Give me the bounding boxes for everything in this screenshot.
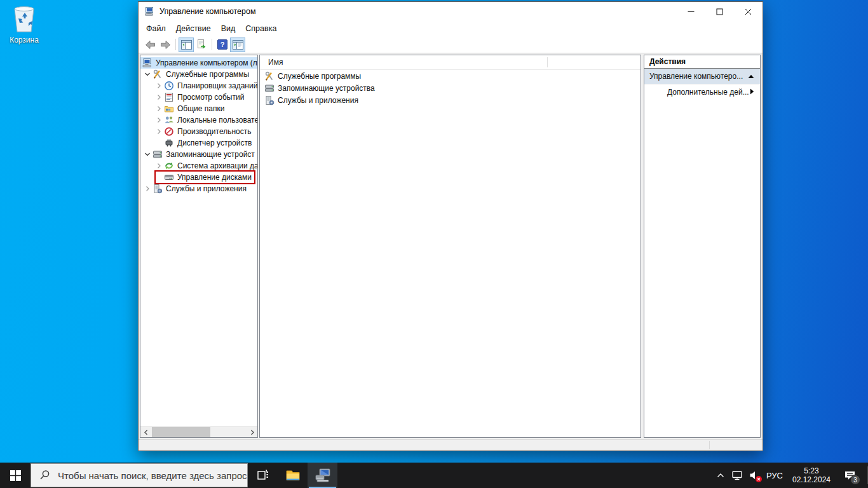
menu-file[interactable]: Файл <box>141 22 171 35</box>
computer-management-window: Управление компьютером Файл Действие Вид… <box>138 1 763 451</box>
actions-pane-header: Действия <box>644 55 760 69</box>
volume-status[interactable] <box>745 463 763 488</box>
tree-horizontal-scrollbar[interactable] <box>140 426 257 437</box>
back-arrow-icon <box>145 40 156 50</box>
chevron-collapsed-icon[interactable] <box>142 186 153 192</box>
close-button[interactable] <box>734 2 763 21</box>
list-item-storage[interactable]: Запоминающие устройства <box>260 82 641 94</box>
computer-management-taskbar-button[interactable] <box>308 463 337 488</box>
tray-overflow-chevron[interactable] <box>713 463 728 488</box>
tree-item-disk-management[interactable]: Управление дисками <box>140 172 257 183</box>
tree-item-system-tools[interactable]: Служебные программы <box>140 69 257 80</box>
export-list-button[interactable] <box>194 37 209 52</box>
tree-item-label: Производительность <box>177 127 251 136</box>
tree-item-label: Локальные пользовате <box>177 116 258 125</box>
task-view-button[interactable] <box>248 463 278 488</box>
tree-item-backup[interactable]: Система архивации да <box>140 160 257 172</box>
tree-item-event-viewer[interactable]: Просмотр событий <box>140 92 257 103</box>
backup-icon <box>164 161 174 171</box>
storage-icon <box>153 149 163 159</box>
tree-item-label: Управление дисками <box>177 173 252 182</box>
task-view-icon <box>257 469 269 482</box>
tree-item-label: Службы и приложения <box>166 184 247 193</box>
tree-item-local-users-and-groups[interactable]: Локальные пользовате <box>140 114 257 126</box>
tree-item-task-scheduler[interactable]: Планировщик заданий <box>140 80 257 92</box>
network-icon <box>731 471 743 480</box>
storage-icon <box>264 83 275 93</box>
tree-item-label: Просмотр событий <box>177 93 244 102</box>
list-item-system-tools[interactable]: Служебные программы <box>260 70 641 82</box>
chevron-collapsed-icon[interactable] <box>153 163 164 169</box>
tree-item-label: Планировщик заданий <box>177 81 257 90</box>
forward-button[interactable] <box>158 37 173 52</box>
column-header-name[interactable]: Имя <box>268 58 283 67</box>
computer-management-icon <box>315 468 331 483</box>
file-explorer-icon <box>285 469 301 482</box>
search-icon <box>39 470 50 483</box>
file-explorer-button[interactable] <box>278 463 308 488</box>
taskbar: РУС 5:23 02.12.2024 3 <box>0 463 868 488</box>
title-bar[interactable]: Управление компьютером <box>139 2 763 21</box>
computer-management-app-icon <box>144 6 154 17</box>
tree-item-services-and-applications[interactable]: Службы и приложения <box>140 183 257 194</box>
expand-right-icon[interactable] <box>750 88 754 97</box>
language-label: РУС <box>766 471 783 480</box>
local-users-icon <box>164 115 174 125</box>
scrollbar-thumb[interactable] <box>152 427 210 437</box>
minimize-button[interactable] <box>677 2 705 21</box>
tree-item-storage[interactable]: Запоминающие устройст <box>140 149 257 160</box>
scroll-right-arrow[interactable] <box>247 427 257 437</box>
chevron-expanded-icon[interactable] <box>142 71 153 78</box>
show-console-tree-button[interactable] <box>179 37 194 52</box>
list-item-label: Служебные программы <box>278 72 361 81</box>
menu-view[interactable]: Вид <box>216 22 241 35</box>
services-icon <box>153 184 163 194</box>
menu-action[interactable]: Действие <box>171 22 216 35</box>
chevron-collapsed-icon[interactable] <box>153 94 164 100</box>
chevron-collapsed-icon[interactable] <box>153 83 164 89</box>
system-tray: РУС 5:23 02.12.2024 3 <box>713 463 868 488</box>
taskbar-search[interactable] <box>31 463 248 487</box>
chevron-collapsed-icon[interactable] <box>153 128 164 135</box>
clock-time: 5:23 <box>804 466 818 475</box>
chevron-expanded-icon[interactable] <box>142 151 153 158</box>
show-action-pane-button[interactable] <box>230 37 245 52</box>
tree-item-computer-management-root[interactable]: Управление компьютером (л <box>140 57 257 69</box>
help-icon: ? <box>217 39 227 50</box>
maximize-button[interactable] <box>705 2 734 21</box>
menu-help[interactable]: Справка <box>240 22 281 35</box>
tree-item-device-manager[interactable]: Диспетчер устройств <box>140 137 257 149</box>
chevron-collapsed-icon[interactable] <box>153 105 164 112</box>
language-indicator[interactable]: РУС <box>763 463 787 488</box>
action-pane-icon <box>233 40 243 50</box>
action-group-computer-management[interactable]: Управление компьютеро... <box>644 69 760 85</box>
back-button[interactable] <box>142 37 158 52</box>
tree-item-label: Управление компьютером (л <box>156 58 257 67</box>
status-bar <box>139 439 763 451</box>
list-column-header[interactable]: Имя <box>260 55 641 70</box>
action-center-button[interactable]: 3 <box>836 463 863 488</box>
help-button[interactable]: ? <box>215 37 230 52</box>
console-tree-pane[interactable]: Управление компьютером (л Служебные прог… <box>140 55 258 438</box>
recycle-bin-shortcut[interactable]: Корзина <box>5 4 43 44</box>
forward-arrow-icon <box>160 40 171 50</box>
list-item-services-and-applications[interactable]: Службы и приложения <box>260 94 641 106</box>
tree-item-performance[interactable]: Производительность <box>140 126 257 137</box>
taskbar-clock[interactable]: 5:23 02.12.2024 <box>787 463 836 488</box>
network-status[interactable] <box>728 463 745 488</box>
computer-icon <box>142 58 153 68</box>
column-separator[interactable] <box>547 57 548 67</box>
performance-icon <box>164 126 174 137</box>
system-tools-icon <box>264 71 275 81</box>
action-more-actions[interactable]: Дополнительные дей... <box>644 85 760 99</box>
start-button[interactable] <box>0 463 31 488</box>
notification-count-badge: 3 <box>850 475 860 485</box>
tree-item-shared-folders[interactable]: Общие папки <box>140 103 257 114</box>
items-list-pane[interactable]: Имя Служебные программы Запоминающие уст… <box>259 55 641 438</box>
collapse-up-icon[interactable] <box>748 72 754 81</box>
scroll-left-arrow[interactable] <box>140 427 151 437</box>
task-scheduler-icon <box>164 81 174 91</box>
export-list-icon <box>196 39 207 50</box>
search-input[interactable] <box>31 463 248 487</box>
chevron-collapsed-icon[interactable] <box>153 117 164 123</box>
